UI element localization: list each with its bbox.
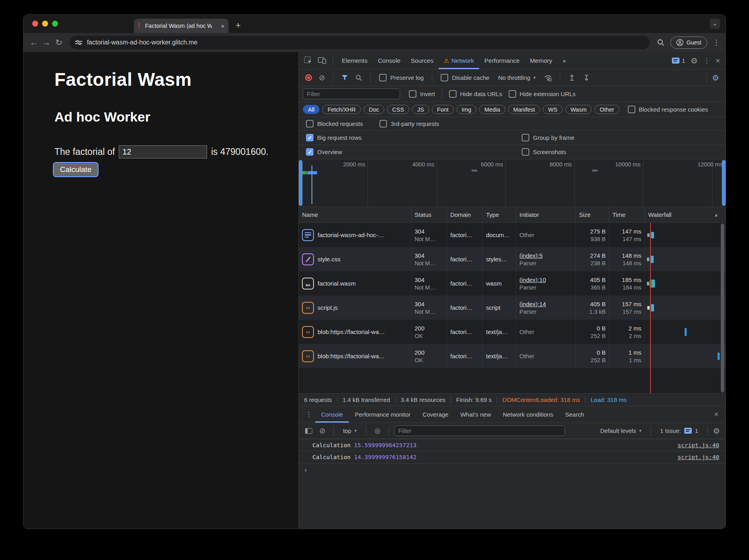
column-header-time[interactable]: Time [609, 207, 645, 222]
console-sidebar-icon[interactable] [305, 428, 312, 434]
table-row[interactable]: ‹› script.js 304Not M… factori… script (… [299, 295, 726, 320]
filter-chip-doc[interactable]: Doc [364, 105, 384, 114]
issues-counter[interactable]: 1 Issue: 1 [660, 427, 698, 434]
initiator-link[interactable]: (index):14 [519, 301, 572, 307]
drawer-tab-search[interactable]: Search [559, 406, 590, 423]
tab-memory[interactable]: Memory [525, 52, 557, 69]
throttling-dropdown[interactable]: No throttling ▾ [498, 74, 536, 81]
blocked-requests-checkbox[interactable]: Blocked requests [306, 120, 363, 127]
export-har-icon[interactable]: ↧ [583, 73, 590, 83]
column-header-size[interactable]: Size [576, 207, 609, 222]
guest-profile-button[interactable]: Guest [670, 37, 707, 49]
checkbox-checked[interactable]: ✓ [306, 134, 314, 141]
column-header-type[interactable]: Type [483, 207, 516, 222]
table-row[interactable]: ‹› blob:https://factorial-wa… 200OK fact… [299, 344, 726, 368]
checkbox-unchecked[interactable] [441, 74, 448, 81]
drawer-tab-coverage[interactable]: Coverage [416, 406, 454, 423]
console-message[interactable]: Calculation 14.399999976158142 script.js… [299, 451, 726, 463]
column-header-name[interactable]: Name [299, 207, 411, 222]
filter-chip-css[interactable]: CSS [387, 105, 409, 114]
initiator-link[interactable]: (index):10 [519, 276, 572, 283]
network-filter-input[interactable] [303, 89, 400, 99]
tab-network[interactable]: ⚠ Network [439, 52, 479, 69]
site-settings-icon[interactable] [75, 40, 82, 45]
big-request-rows-checkbox[interactable]: ✓ Big request rows [306, 134, 362, 141]
filter-chip-fetchxhr[interactable]: Fetch/XHR [322, 105, 361, 114]
address-bar[interactable]: factorial-wasm-ad-hoc-worker.glitch.me [70, 36, 650, 49]
tab-console[interactable]: Console [373, 52, 406, 69]
more-tabs-button[interactable]: » [557, 52, 571, 69]
preserve-log-checkbox[interactable]: Preserve log [379, 74, 424, 81]
filter-chip-js[interactable]: JS [412, 105, 429, 114]
search-icon[interactable] [355, 74, 362, 81]
calculate-button[interactable]: Calculate [54, 164, 97, 176]
source-link[interactable]: script.js:40 [677, 454, 726, 460]
console-prompt[interactable]: › [299, 463, 726, 477]
filter-chip-all[interactable]: All [303, 105, 319, 114]
timeline-left-handle[interactable] [299, 160, 302, 206]
reload-button[interactable]: ↻ [54, 38, 64, 47]
import-har-icon[interactable]: ↥ [569, 73, 575, 83]
network-settings-gear-icon[interactable]: ⚙ [712, 73, 719, 83]
initiator-link[interactable]: (index):5 [519, 252, 572, 259]
timeline-right-handle[interactable] [722, 160, 726, 206]
hide-data-urls-checkbox[interactable]: Hide data URLs [449, 90, 502, 98]
new-tab-button[interactable]: + [236, 20, 241, 31]
filter-chip-wasm[interactable]: Wasm [565, 105, 592, 114]
device-toolbar-icon[interactable] [318, 57, 326, 64]
context-selector-dropdown[interactable]: top ▾ [343, 427, 356, 434]
devtools-close-icon[interactable]: × [716, 56, 720, 65]
browser-tab[interactable]: ! Factorial Wasm (ad hoc Work × [134, 19, 228, 33]
console-message[interactable]: Calculation 15.599999964237213 script.js… [299, 439, 726, 451]
group-by-frame-checkbox[interactable]: Group by frame [522, 134, 574, 141]
clear-network-log-icon[interactable]: ⊘ [319, 73, 325, 82]
settings-gear-icon[interactable]: ⚙ [691, 56, 698, 66]
drawer-tab-performance-monitor[interactable]: Performance monitor [349, 406, 416, 423]
checkbox-checked[interactable]: ✓ [306, 148, 314, 156]
drawer-tab-whats-new[interactable]: What's new [454, 406, 497, 423]
tab-performance[interactable]: Performance [479, 52, 525, 69]
table-row[interactable]: style.css 304Not M… factori… styles… (in… [299, 247, 726, 271]
third-party-requests-checkbox[interactable]: 3rd-party requests [379, 120, 439, 127]
disable-cache-checkbox[interactable]: Disable cache [441, 74, 489, 81]
screenshots-checkbox[interactable]: Screenshots [522, 148, 566, 156]
blocked-response-cookies-checkbox[interactable]: Blocked response cookies [628, 106, 708, 113]
tab-search-chevron[interactable]: ⌄ [710, 19, 720, 29]
drawer-tab-network-conditions[interactable]: Network conditions [497, 406, 559, 423]
inspect-element-icon[interactable] [304, 56, 312, 65]
table-row[interactable]: factorial-wasm-ad-hoc-… 304Not M… factor… [299, 223, 726, 247]
console-filter-input[interactable] [394, 425, 565, 436]
tab-sources[interactable]: Sources [406, 52, 439, 69]
column-header-initiator[interactable]: Initiator [516, 207, 576, 222]
browser-menu-icon[interactable]: ⋮ [713, 38, 720, 47]
checkbox-unchecked[interactable] [379, 74, 387, 81]
drawer-tab-console[interactable]: Console [315, 406, 349, 423]
network-overview-timeline[interactable]: 2000 ms 4000 ms 6000 ms 8000 ms 10000 ms… [299, 159, 726, 207]
network-conditions-icon[interactable] [544, 74, 552, 81]
clear-console-icon[interactable]: ⊘ [319, 426, 325, 435]
invert-checkbox[interactable]: Invert [409, 90, 435, 98]
tab-close-icon[interactable]: × [221, 23, 225, 29]
log-levels-dropdown[interactable]: Default levels ▾ [600, 427, 642, 434]
table-row[interactable]: ‹› blob:https://factorial-wa… 200OK fact… [299, 320, 726, 344]
drawer-close-icon[interactable]: × [714, 410, 722, 419]
filter-chip-media[interactable]: Media [479, 105, 505, 114]
back-button[interactable]: ← [29, 38, 39, 47]
source-link[interactable]: script.js:40 [677, 442, 726, 448]
zoom-search-icon[interactable] [657, 39, 665, 46]
close-window-button[interactable] [32, 21, 38, 27]
forward-button[interactable]: → [41, 38, 51, 47]
hide-extension-urls-checkbox[interactable]: Hide extension URLs [509, 90, 576, 98]
filter-chip-other[interactable]: Other [594, 105, 619, 114]
issues-bubble-icon[interactable] [672, 58, 679, 64]
drawer-menu-icon[interactable]: ⋮ [305, 410, 312, 419]
tab-elements[interactable]: Elements [337, 52, 373, 69]
live-expression-eye-icon[interactable]: ◎ [375, 427, 381, 435]
column-header-status[interactable]: Status [411, 207, 447, 222]
filter-chip-ws[interactable]: WS [543, 105, 562, 114]
console-settings-gear-icon[interactable]: ⚙ [713, 426, 720, 436]
record-network-log-icon[interactable] [305, 74, 312, 81]
filter-chip-img[interactable]: Img [457, 105, 476, 114]
devtools-menu-icon[interactable]: ⋮ [703, 56, 710, 65]
filter-chip-font[interactable]: Font [432, 105, 454, 114]
